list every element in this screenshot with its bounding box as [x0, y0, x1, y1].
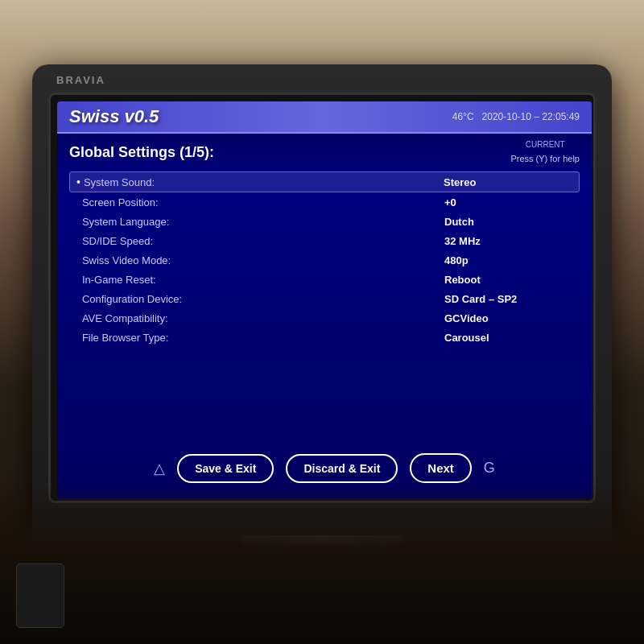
setting-row-ingame-reset[interactable]: In-Game Reset: Reboot — [69, 270, 580, 289]
setting-row-system-sound[interactable]: • System Sound: Stereo — [69, 171, 580, 192]
swiss-info: 46°C 2020-10-10 – 22:05:49 — [452, 111, 580, 122]
swiss-header: Swiss v0.5 46°C 2020-10-10 – 22:05:49 — [57, 101, 592, 134]
tv-screen-bezel: Swiss v0.5 46°C 2020-10-10 – 22:05:49 Gl… — [48, 93, 596, 503]
value-system-language: Dutch — [444, 216, 573, 228]
bullet-icon — [76, 273, 79, 286]
bullet-icon — [76, 254, 79, 266]
setting-row-screen-position[interactable]: Screen Position: +0 — [69, 192, 580, 212]
value-video-mode: 480p — [444, 254, 573, 266]
setting-row-ave-compatibility[interactable]: AVE Compatibility: GCVideo — [69, 308, 580, 328]
label-system-language: System Language: — [82, 216, 444, 228]
speaker-left — [16, 564, 64, 628]
label-file-browser-type: File Browser Type: — [82, 332, 444, 344]
label-sdide-speed: SD/IDE Speed: — [82, 235, 444, 247]
tv-brand: BRAVIA — [56, 74, 105, 86]
label-screen-position: Screen Position: — [82, 196, 444, 208]
triangle-icon: △ — [154, 460, 165, 477]
settings-list: • System Sound: Stereo Screen Position: … — [69, 171, 580, 347]
label-config-device: Configuration Device: — [82, 293, 444, 305]
label-video-mode: Swiss Video Mode: — [82, 254, 444, 266]
bullet-icon — [76, 331, 79, 344]
bullet-icon — [76, 312, 79, 324]
next-button[interactable]: Next — [410, 453, 472, 483]
bullet-icon — [76, 234, 79, 247]
bottom-controls: △ Save & Exit Discard & Exit Next G — [57, 453, 592, 483]
setting-row-video-mode[interactable]: Swiss Video Mode: 480p — [69, 250, 580, 270]
swiss-title: Swiss v0.5 — [69, 106, 159, 127]
value-screen-position: +0 — [444, 196, 573, 208]
g-icon: G — [484, 460, 495, 477]
bullet-icon — [76, 196, 79, 208]
value-ingame-reset: Reboot — [444, 274, 573, 286]
setting-row-system-language[interactable]: System Language: Dutch — [69, 212, 580, 231]
setting-row-config-device[interactable]: Configuration Device: SD Card – SP2 — [69, 289, 580, 308]
bullet-icon — [76, 292, 79, 305]
settings-panel: Global Settings (1/5): CURRENT Press (Y)… — [57, 134, 592, 353]
bullet-icon — [76, 215, 79, 228]
value-config-device: SD Card – SP2 — [444, 293, 573, 305]
save-exit-button[interactable]: Save & Exit — [177, 454, 274, 483]
value-file-browser-type: Carousel — [444, 332, 573, 344]
label-ingame-reset: In-Game Reset: — [82, 274, 444, 286]
help-text: Press (Y) for help — [510, 154, 580, 163]
settings-header-row: Global Settings (1/5): CURRENT Press (Y)… — [69, 140, 580, 165]
bullet-icon: • — [76, 175, 80, 188]
settings-page-title: Global Settings (1/5): — [69, 144, 214, 161]
discard-exit-button[interactable]: Discard & Exit — [286, 454, 398, 483]
tv-screen: Swiss v0.5 46°C 2020-10-10 – 22:05:49 Gl… — [57, 101, 592, 499]
value-ave-compatibility: GCVideo — [444, 312, 573, 324]
setting-row-sdide-speed[interactable]: SD/IDE Speed: 32 MHz — [69, 231, 580, 250]
floor-area — [0, 483, 644, 644]
setting-row-file-browser-type[interactable]: File Browser Type: Carousel — [69, 328, 580, 347]
value-system-sound: Stereo — [444, 176, 572, 188]
value-sdide-speed: 32 MHz — [444, 235, 573, 247]
label-system-sound: System Sound: — [84, 176, 444, 188]
temperature: 46°C — [452, 111, 474, 122]
current-label: CURRENT — [510, 140, 580, 149]
datetime: 2020-10-10 – 22:05:49 — [482, 111, 580, 122]
label-ave-compatibility: AVE Compatibility: — [82, 312, 444, 324]
